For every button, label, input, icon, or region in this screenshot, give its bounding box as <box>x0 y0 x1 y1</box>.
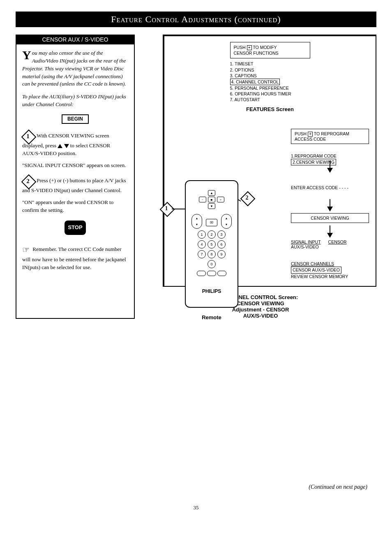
stop-label: STOP <box>65 221 85 235</box>
up-arrow-icon <box>58 144 62 148</box>
remote-illustration: 1 2 ▲ − ■ + ▼ ▲▼ <box>168 180 255 320</box>
remote-num-1[interactable]: 1 <box>198 230 206 239</box>
features-item: 7. AUTOSTART <box>230 97 310 102</box>
signal-input-row: SIGNAL INPUT AUX/S-VIDEO CENSOR <box>291 239 369 249</box>
intro-text: ou may also censor the use of the Audio/… <box>22 50 126 87</box>
remote-caption: Remote <box>168 314 255 320</box>
remote-num-3[interactable]: 3 <box>217 230 226 239</box>
callout-1-diamond-icon: 1 <box>161 203 172 214</box>
reprogram-l1b: TO REPROGRAM <box>314 131 349 136</box>
remote-dpad: ▲ − ■ + ▼ <box>197 190 226 211</box>
down-arrow-icon <box>327 168 333 173</box>
plus-icon: + <box>308 132 313 137</box>
censor-option-selected: CENSOR AUX/S-VIDEO <box>291 267 341 273</box>
remember-text: Remember. The correct CC Code number wil… <box>22 246 126 270</box>
remote-src-button[interactable] <box>217 271 226 276</box>
down-arrow-icon <box>64 144 69 148</box>
osd-modify-l1a: PUSH <box>234 45 246 50</box>
enter-access-code: ENTER ACCESS CODE - - - - <box>291 185 369 190</box>
remote-down-button[interactable]: ▼ <box>208 203 215 209</box>
left-body: Y ou may also censor the use of the Audi… <box>16 44 134 278</box>
down-arrow-icon <box>327 207 333 211</box>
features-caption: FEATURES Screen <box>171 106 369 112</box>
page-title: Feature Control Adjustments (continued) <box>111 14 281 24</box>
remote-src-button[interactable] <box>207 271 216 276</box>
remember-note: ☞ Remember. The correct CC Code number w… <box>22 244 128 272</box>
remote-num-0[interactable]: 0 <box>208 260 216 268</box>
begin-label: BEGIN <box>62 114 89 124</box>
plus-icon: + <box>247 45 252 50</box>
left-column: CENSOR AUX / S-VIDEO Y ou may also censo… <box>16 35 135 319</box>
osd-modify-l1b: TO MODIFY <box>253 45 277 50</box>
remote-source-row <box>188 271 235 276</box>
osd-modify-box: PUSH + TO MODIFY CENSOR FUNCTIONS <box>230 42 310 58</box>
remote-body: ▲ − ■ + ▼ ▲▼ ▲▼ ⌧ 1 <box>185 180 238 308</box>
page-header-bar: Feature Control Adjustments (continued) <box>16 12 376 27</box>
features-item: 6. OPERATING HOURS TIMER <box>230 91 310 97</box>
features-item: 1. TIMESET <box>230 61 310 67</box>
signal-l1: SIGNAL INPUT <box>291 239 321 244</box>
step-1-diamond-icon: 1 <box>22 130 34 142</box>
content-wrapper: CENSOR AUX / S-VIDEO Y ou may also censo… <box>16 35 376 319</box>
step-2-diamond-icon: 2 <box>22 175 34 187</box>
remote-minus-button[interactable]: − <box>199 197 206 202</box>
remote-num-8[interactable]: 8 <box>208 250 216 258</box>
step-2: 2 Press (+) or (-) buttons to place A/V … <box>22 175 128 195</box>
flow-column: PUSH + TO REPROGRAM ACCESS CODE 1.REPROG… <box>291 129 369 279</box>
section-title: CENSOR AUX / S-VIDEO <box>16 35 135 44</box>
remote-numpad: 1 2 3 4 5 6 7 8 9 0 <box>188 230 235 268</box>
intro-paragraph-2: To place the AUX(iliary) S-VIDEO IN(put)… <box>22 93 128 109</box>
step-2-lead: Press (+) or (-) buttons to place A/V ja… <box>22 177 126 193</box>
remote-num-7[interactable]: 7 <box>198 250 206 258</box>
callout-2-diamond-icon: 2 <box>242 193 252 203</box>
step-1-note: "SIGNAL INPUT CENSOR" appears on screen. <box>22 162 128 170</box>
reprogram-l2: ACCESS CODE <box>295 137 326 142</box>
features-item-selected: 4. CHANNEL CONTROL <box>230 79 280 85</box>
features-item: 3. CAPTIONS <box>230 73 310 79</box>
censor-viewing-box: CENSOR VIEWING <box>291 213 369 223</box>
remote-num-6[interactable]: 6 <box>217 240 226 248</box>
remote-center-button[interactable]: ■ <box>208 197 215 202</box>
censor-col-header: CENSOR <box>328 239 347 249</box>
remote-brand: PHILIPS <box>188 288 235 294</box>
remote-num-9[interactable]: 9 <box>217 250 226 258</box>
censor-option: CENSOR CHANNELS <box>291 261 369 267</box>
remote-up-button[interactable]: ▲ <box>208 190 215 196</box>
censor-option: REVIEW CENSOR MEMORY <box>291 274 369 279</box>
step-2-note: "ON" appears under the word CENSOR to co… <box>22 199 128 214</box>
callout-line <box>172 209 185 209</box>
remote-num-5[interactable]: 5 <box>208 240 216 248</box>
features-item: 5. PERSONAL PREFERENCE <box>230 85 310 91</box>
page-number: 35 <box>0 504 392 511</box>
reprogram-box: PUSH + TO REPROGRAM ACCESS CODE <box>291 129 369 144</box>
osd-modify-l2: CENSOR FUNCTIONS <box>234 51 279 56</box>
intro-paragraph: Y ou may also censor the use of the Audi… <box>22 49 128 88</box>
remote-src-button[interactable] <box>197 271 206 276</box>
remote-vol-pill[interactable]: ▲▼ <box>191 214 202 229</box>
reprogram-l1a: PUSH <box>295 131 307 136</box>
remote-num-2[interactable]: 2 <box>208 230 216 239</box>
step-1: 1 With CENSOR VIEWING screen displayed, … <box>22 130 128 158</box>
censor-options-menu: CENSOR CHANNELS CENSOR AUX/S-VIDEO REVIE… <box>291 261 369 279</box>
note-hand-icon: ☞ <box>22 244 30 256</box>
signal-l2: AUX/S-VIDEO <box>291 244 321 249</box>
cc-menu-item: 1.REPROGRAM CODE <box>291 153 369 159</box>
right-column: PUSH + TO MODIFY CENSOR FUNCTIONS 1. TIM… <box>145 35 376 319</box>
down-arrow-icon <box>327 233 333 238</box>
diagram-frame: PUSH + TO MODIFY CENSOR FUNCTIONS 1. TIM… <box>163 35 376 287</box>
remote-plus-button[interactable]: + <box>217 197 224 202</box>
features-menu: 1. TIMESET 2. OPTIONS 3. CAPTIONS 4. CHA… <box>230 61 310 102</box>
remote-mute-button[interactable]: ⌧ <box>206 219 217 226</box>
remote-num-4[interactable]: 4 <box>198 240 206 248</box>
remote-ch-pill[interactable]: ▲▼ <box>221 214 232 229</box>
dropcap: Y <box>22 49 31 60</box>
continued-note: (Continued on next page) <box>309 484 367 490</box>
features-item: 2. OPTIONS <box>230 67 310 73</box>
